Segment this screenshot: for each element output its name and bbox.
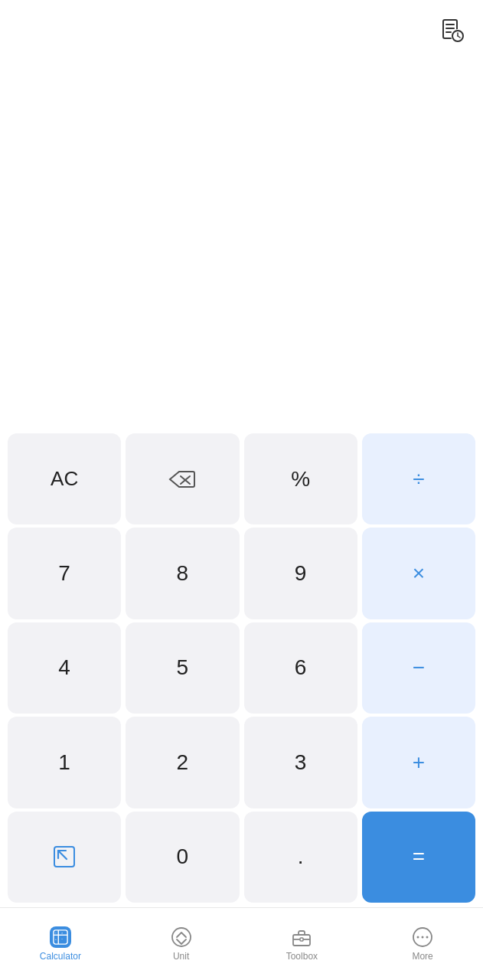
- keypad-row: 456−: [8, 622, 475, 714]
- backspace-button[interactable]: [126, 433, 239, 524]
- percent-button[interactable]: %: [244, 433, 357, 524]
- one-button[interactable]: 1: [8, 717, 121, 808]
- add-button[interactable]: +: [362, 717, 475, 808]
- more-icon: [412, 926, 433, 948]
- svg-text:+: +: [55, 937, 57, 941]
- multiply-button[interactable]: ×: [362, 528, 475, 619]
- keypad-row: 0.=: [8, 812, 475, 903]
- nav-unit-label: Unit: [173, 951, 189, 962]
- svg-line-11: [58, 851, 67, 859]
- keypad: AC %÷789×456−123+ 0.=: [0, 429, 483, 907]
- svg-point-24: [417, 936, 419, 939]
- display-area: [0, 61, 483, 436]
- decimal-button[interactable]: .: [244, 812, 357, 903]
- equals-button[interactable]: =: [362, 812, 475, 903]
- two-button[interactable]: 2: [126, 717, 239, 808]
- ac-button[interactable]: AC: [8, 433, 121, 524]
- nav-toolbox[interactable]: Toolbox: [242, 908, 363, 980]
- six-button[interactable]: 6: [244, 622, 357, 714]
- divide-button[interactable]: ÷: [362, 433, 475, 524]
- subtract-button[interactable]: −: [362, 622, 475, 714]
- history-button[interactable]: [434, 12, 471, 49]
- keypad-row: 123+: [8, 717, 475, 808]
- nav-more-label: More: [412, 951, 432, 962]
- four-button[interactable]: 4: [8, 622, 121, 714]
- seven-button[interactable]: 7: [8, 528, 121, 619]
- nav-unit[interactable]: Unit: [121, 908, 242, 980]
- bottom-nav: ÷ × + − Calculator Unit Toolbo: [0, 907, 483, 980]
- zero-button[interactable]: 0: [126, 812, 239, 903]
- svg-point-25: [422, 936, 424, 939]
- collapse-button[interactable]: [8, 812, 121, 903]
- svg-text:÷: ÷: [55, 931, 57, 935]
- unit-icon: [171, 926, 192, 948]
- eight-button[interactable]: 8: [126, 528, 239, 619]
- nav-toolbox-label: Toolbox: [286, 951, 318, 962]
- nav-more[interactable]: More: [362, 908, 483, 980]
- nav-calculator[interactable]: ÷ × + − Calculator: [0, 908, 121, 980]
- calculator-icon: ÷ × + −: [50, 926, 71, 948]
- keypad-row: 789×: [8, 528, 475, 619]
- svg-point-26: [426, 936, 429, 939]
- keypad-row: AC %÷: [8, 433, 475, 524]
- top-bar: [422, 0, 483, 61]
- nine-button[interactable]: 9: [244, 528, 357, 619]
- three-button[interactable]: 3: [244, 717, 357, 808]
- toolbox-icon: [291, 926, 312, 948]
- svg-rect-22: [300, 938, 303, 941]
- five-button[interactable]: 5: [126, 622, 239, 714]
- nav-calculator-label: Calculator: [40, 951, 81, 962]
- svg-text:×: ×: [61, 931, 64, 935]
- svg-text:−: −: [61, 937, 64, 941]
